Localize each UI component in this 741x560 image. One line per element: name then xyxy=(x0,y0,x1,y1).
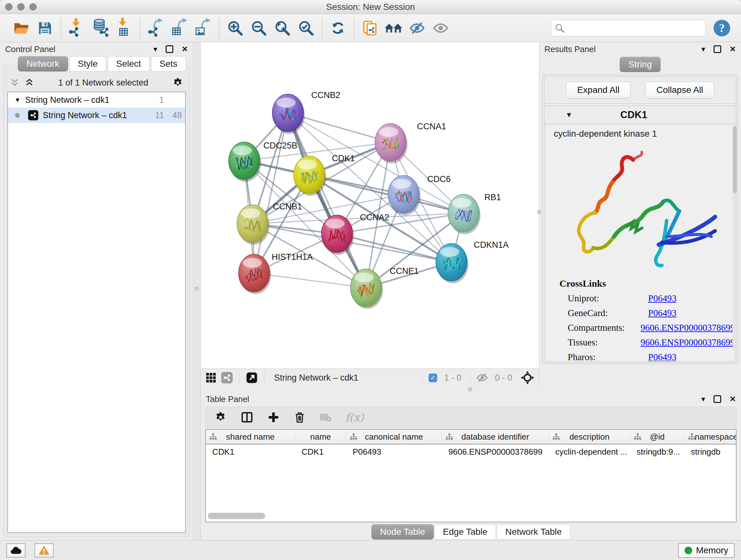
birds-eye-view-button[interactable] xyxy=(205,372,217,383)
collapse-all-button[interactable]: Collapse All xyxy=(645,82,714,98)
control-panel-float-icon[interactable] xyxy=(165,45,173,53)
expand-all-networks-icon[interactable] xyxy=(24,78,34,87)
cloud-status-button[interactable] xyxy=(6,543,25,557)
table-options-gear-button[interactable] xyxy=(214,411,226,423)
table-panel-float-icon[interactable] xyxy=(714,395,721,403)
zoom-out-button[interactable] xyxy=(247,17,271,39)
column-header--id[interactable]: @id xyxy=(630,430,684,444)
memory-button[interactable]: Memory xyxy=(678,543,735,558)
network-collection-row[interactable]: ▼ String Network – cdk1 1 xyxy=(8,92,185,108)
import-table-button[interactable] xyxy=(112,17,136,39)
export-table-button[interactable] xyxy=(168,17,192,39)
node-CCNB2[interactable]: CCNB2 xyxy=(272,90,340,134)
warnings-button[interactable] xyxy=(35,543,54,557)
results-scrollbar[interactable] xyxy=(733,126,737,350)
network-canvas[interactable]: CCNB2CCNA1CDC25BCDK1CDC6RB1CCNB1CCNA2CDK… xyxy=(201,42,539,369)
node-CDK1[interactable]: CDK1 xyxy=(293,153,355,196)
table-cell[interactable]: 9606.ENSP00000378699 xyxy=(442,444,549,459)
node-CDKN1A[interactable]: CDKN1A xyxy=(436,240,509,283)
zoom-in-button[interactable] xyxy=(223,17,247,39)
center-splitter-handle[interactable] xyxy=(537,210,541,214)
table-row[interactable]: CDK1CDK1P064939606.ENSP00000378699cyclin… xyxy=(206,444,736,459)
tab-style[interactable]: Style xyxy=(69,56,106,71)
node-RB1[interactable]: RB1 xyxy=(448,192,501,234)
network-share-button[interactable] xyxy=(221,372,232,383)
refresh-layout-button[interactable] xyxy=(326,17,350,39)
tab-network[interactable]: Network xyxy=(18,56,68,71)
save-session-button[interactable] xyxy=(33,17,57,39)
control-panel-collapse-icon[interactable]: ▾ xyxy=(153,45,157,53)
network-row[interactable]: String Network – cdk1 11 48 xyxy=(8,108,185,123)
table-panel-collapse-icon[interactable]: ▾ xyxy=(701,395,705,403)
create-column-button[interactable] xyxy=(267,411,280,423)
node-CDC6[interactable]: CDC6 xyxy=(388,174,451,215)
expand-all-button[interactable]: Expand All xyxy=(566,82,630,98)
string-home-button[interactable] xyxy=(382,17,405,39)
results-panel-close-icon[interactable]: ✕ xyxy=(730,45,736,53)
left-splitter[interactable] xyxy=(193,42,201,540)
gene-caret-icon[interactable]: ▼ xyxy=(565,111,572,119)
control-panel-title: Control Panel xyxy=(5,44,56,54)
table-horizontal-scrollbar[interactable] xyxy=(208,513,406,519)
gene-entry-header[interactable]: ▼ CDK1 xyxy=(544,106,736,124)
pan-crosshair-button[interactable] xyxy=(521,371,535,385)
selected-checkbox-icon[interactable]: ✓ xyxy=(428,374,437,382)
import-network-from-database-button[interactable] xyxy=(89,17,112,39)
search-input[interactable] xyxy=(564,23,702,33)
column-header-shared-name[interactable]: shared name xyxy=(206,430,295,444)
table-splitter-handle[interactable] xyxy=(468,387,472,391)
table-cell[interactable]: stringdb:9... xyxy=(630,444,684,459)
node-CCNA1[interactable]: CCNA1 xyxy=(375,122,446,164)
tab-select[interactable]: Select xyxy=(108,56,150,71)
detach-view-button[interactable] xyxy=(246,372,258,384)
help-button[interactable]: ? xyxy=(714,18,734,38)
crosslink-link[interactable]: P06493 xyxy=(648,293,677,304)
table-cell[interactable]: CDK1 xyxy=(295,444,346,459)
collapse-all-networks-icon[interactable] xyxy=(10,78,19,87)
node-HIST1H1A[interactable]: HIST1H1A xyxy=(239,252,313,294)
hide-unselected-button[interactable] xyxy=(405,17,429,39)
column-header-name[interactable]: name xyxy=(295,430,346,444)
table-cell[interactable]: CDK1 xyxy=(206,444,295,459)
show-all-button[interactable] xyxy=(429,17,453,39)
table-cell[interactable]: P06493 xyxy=(346,444,442,459)
column-header-description[interactable]: description xyxy=(549,430,630,444)
table-cell[interactable]: cyclin-dependent ... xyxy=(549,444,630,459)
delete-column-button[interactable] xyxy=(293,411,306,423)
column-header-database-identifier[interactable]: database identifier xyxy=(442,430,549,444)
results-panel-float-icon[interactable] xyxy=(714,45,721,53)
import-network-button[interactable] xyxy=(65,17,89,39)
app-window: Session: New Session xyxy=(0,0,741,560)
table-splitter[interactable] xyxy=(201,387,741,392)
collection-caret-icon[interactable]: ▼ xyxy=(14,97,21,104)
network-tab-content: 1 of 1 Network selected ▼ String Network… xyxy=(3,65,190,537)
column-header-canonical-name[interactable]: canonical name xyxy=(346,430,442,444)
control-panel-close-icon[interactable]: ✕ xyxy=(182,45,188,53)
tab-string[interactable]: String xyxy=(620,57,660,72)
edge-ccnb2-hist1h1a[interactable] xyxy=(254,113,288,273)
zoom-fit-button[interactable] xyxy=(271,17,294,39)
tab-network-table[interactable]: Network Table xyxy=(496,524,570,540)
node-table: shared namenamecanonical namedatabase id… xyxy=(205,429,737,522)
tab-sets[interactable]: Sets xyxy=(151,56,186,71)
search-field[interactable] xyxy=(551,20,706,37)
export-image-button[interactable] xyxy=(192,17,215,39)
crosslink-link[interactable]: P06493 xyxy=(648,352,677,361)
left-splitter-handle[interactable] xyxy=(195,287,199,291)
network-options-gear-icon[interactable] xyxy=(172,77,183,88)
memory-label: Memory xyxy=(696,545,728,556)
open-session-button[interactable] xyxy=(10,17,33,39)
results-panel-collapse-icon[interactable]: ▾ xyxy=(701,45,705,53)
clone-network-button[interactable] xyxy=(358,17,382,39)
tab-edge-table[interactable]: Edge Table xyxy=(434,524,496,540)
show-columns-button[interactable] xyxy=(241,411,253,424)
tab-node-table[interactable]: Node Table xyxy=(372,524,434,540)
export-network-button[interactable] xyxy=(144,17,168,39)
column-header-namespace[interactable]: namespace xyxy=(684,430,736,444)
table-panel-close-icon[interactable]: ✕ xyxy=(730,395,736,403)
zoom-selected-button[interactable] xyxy=(294,17,318,39)
crosslink-link[interactable]: 9606.ENSP00000378699 xyxy=(641,337,735,348)
crosslink-link[interactable]: 9606.ENSP00000378699 xyxy=(641,322,735,333)
table-cell[interactable]: stringdb xyxy=(684,444,736,459)
crosslink-link[interactable]: P06493 xyxy=(648,308,677,318)
